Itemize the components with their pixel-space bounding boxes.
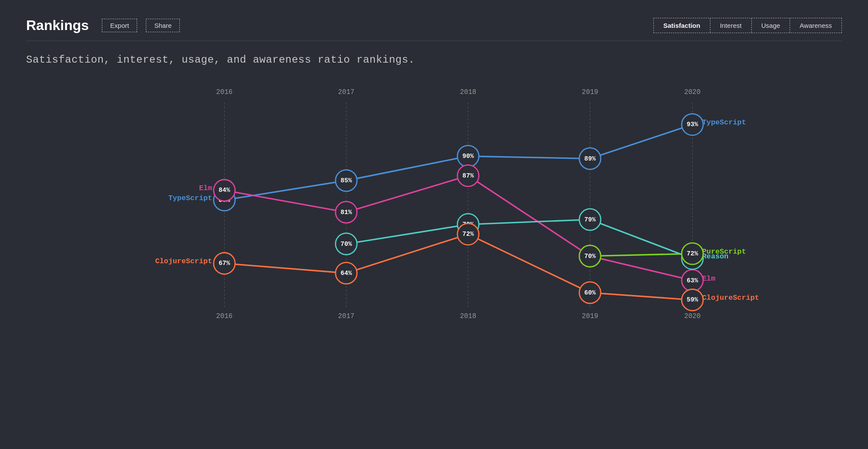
- node-elm-2020-label: 63%: [686, 277, 698, 284]
- tab-usage[interactable]: Usage: [751, 18, 790, 33]
- node-green-2020-label: 72%: [686, 250, 698, 257]
- line-teal: [346, 220, 692, 259]
- chart-area: 2016 2017 2018 2019 2020 2016 2017 2018 …: [26, 83, 842, 327]
- right-label-typescript: TypeScript: [702, 118, 746, 127]
- node-cj-2019-label: 60%: [584, 289, 595, 296]
- year-top-2020: 2020: [684, 88, 701, 96]
- year-top-2017: 2017: [338, 88, 355, 96]
- export-button[interactable]: Export: [102, 19, 137, 32]
- share-button[interactable]: Share: [146, 19, 180, 32]
- page-header: Rankings Export Share Satisfaction Inter…: [26, 17, 842, 34]
- right-label-elm: Elm: [702, 275, 715, 283]
- node-cj-2017-label: 64%: [340, 270, 352, 277]
- line-purescript-green: [590, 254, 692, 256]
- node-cj-2016-label: 67%: [219, 260, 230, 267]
- year-bot-2018: 2018: [460, 312, 477, 320]
- node-elm-2016-label: 84%: [219, 187, 230, 194]
- node-elm-2017-label: 81%: [340, 209, 352, 216]
- node-ts-2020-label: 93%: [686, 121, 698, 128]
- node-cj-2018-label: 72%: [462, 231, 474, 238]
- right-label-reason: Reason: [702, 252, 728, 261]
- header-left: Rankings Export Share: [26, 17, 180, 34]
- left-label-elm: Elm: [199, 184, 212, 192]
- tab-awareness[interactable]: Awareness: [790, 18, 841, 33]
- chart-svg: 2016 2017 2018 2019 2020 2016 2017 2018 …: [26, 83, 842, 327]
- divider: [26, 40, 842, 41]
- year-top-2019: 2019: [582, 88, 599, 96]
- line-clojurescript: [224, 234, 692, 300]
- node-teal-2019-label: 79%: [584, 216, 595, 223]
- left-label-typescript: TypeScript: [168, 194, 212, 202]
- tab-satisfaction[interactable]: Satisfaction: [654, 18, 710, 33]
- chart-subtitle: Satisfaction, interest, usage, and aware…: [26, 54, 842, 66]
- right-label-clojurescript: ClojureScript: [702, 294, 759, 302]
- year-bot-2019: 2019: [582, 312, 599, 320]
- node-cj-2020-label: 59%: [686, 296, 698, 303]
- node-teal-2017-label: 70%: [340, 241, 352, 248]
- year-top-2018: 2018: [460, 88, 477, 96]
- year-bot-2016: 2016: [216, 312, 233, 320]
- node-elm-2018-label: 87%: [462, 172, 474, 179]
- node-ts-2018-label: 90%: [462, 153, 474, 160]
- year-bot-2017: 2017: [338, 312, 355, 320]
- line-typescript: [224, 124, 692, 200]
- node-ts-2017-label: 85%: [340, 177, 352, 184]
- tab-interest[interactable]: Interest: [710, 18, 751, 33]
- year-top-2016: 2016: [216, 88, 233, 96]
- page-title: Rankings: [26, 17, 89, 34]
- node-ts-2019-label: 89%: [584, 155, 595, 162]
- node-green-2019-label: 70%: [584, 253, 595, 260]
- year-bot-2020: 2020: [684, 312, 701, 320]
- left-label-clojurescript: ClojureScript: [155, 257, 212, 265]
- tab-group: Satisfaction Interest Usage Awareness: [653, 18, 842, 33]
